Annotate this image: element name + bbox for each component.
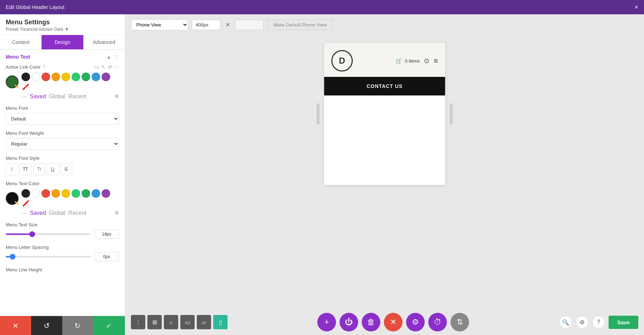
content-area: Phone View ✕ Make Default Phone View D bbox=[125, 14, 644, 335]
swatch-orange[interactable] bbox=[52, 73, 60, 81]
hamburger-icon[interactable]: ≡ bbox=[434, 57, 438, 65]
swatch-white[interactable] bbox=[31, 73, 40, 81]
tablet-button[interactable]: ▱ bbox=[197, 315, 211, 329]
view-select[interactable]: Phone View bbox=[131, 19, 188, 30]
swatch-lightgreen[interactable] bbox=[72, 73, 80, 81]
color2-global[interactable]: Global bbox=[49, 210, 65, 216]
menu-text-size-group: Menu Text Size bbox=[6, 222, 119, 239]
menu-letter-spacing-label: Menu Letter Spacing bbox=[6, 245, 119, 250]
history-button[interactable]: ⏱ bbox=[428, 313, 447, 331]
swatch-purple[interactable] bbox=[102, 73, 110, 81]
more-icon[interactable]: ⋯ bbox=[114, 64, 119, 70]
collapse-icon[interactable]: ▲ bbox=[106, 54, 111, 60]
desktop-button[interactable]: ▭ bbox=[180, 315, 195, 329]
search2-icon-button[interactable]: 🔍 bbox=[559, 316, 572, 329]
sidebar-header: Menu Settings Preset: Financial Advisor … bbox=[0, 14, 125, 35]
strikethrough-button[interactable]: S bbox=[60, 163, 72, 175]
settings2-icon-button[interactable]: ⚙ bbox=[576, 316, 589, 329]
confirm-button[interactable]: ✓ bbox=[93, 316, 125, 335]
tab-advanced[interactable]: Advanced bbox=[83, 35, 125, 49]
extra-input[interactable] bbox=[235, 20, 264, 30]
menu-letter-spacing-input[interactable] bbox=[94, 252, 119, 261]
phone-header: D 🛒 0 items ⊙ ≡ bbox=[324, 43, 445, 77]
menu-text-size-input[interactable] bbox=[94, 230, 119, 239]
italic-button[interactable]: I bbox=[6, 163, 18, 175]
device-icon[interactable]: ▭ bbox=[94, 64, 99, 70]
cart-icon: 🛒 bbox=[395, 58, 402, 64]
swatch-red[interactable] bbox=[42, 73, 50, 81]
swatch2-clear[interactable] bbox=[21, 199, 30, 208]
menu-text-color-label-row: Menu Text Color bbox=[6, 181, 119, 186]
save-button[interactable]: Save bbox=[609, 316, 638, 329]
settings-button[interactable]: ⚙ bbox=[406, 313, 425, 331]
tab-design[interactable]: Design bbox=[42, 35, 83, 49]
close-button[interactable]: ✕ bbox=[384, 313, 402, 331]
swatch-yellow[interactable] bbox=[62, 73, 70, 81]
menu-text-color-label: Menu Text Color bbox=[6, 181, 39, 186]
cursor-icon[interactable]: ↖ bbox=[101, 64, 106, 70]
menu-text-size-slider[interactable] bbox=[6, 233, 91, 235]
swatch2-purple[interactable] bbox=[102, 189, 110, 198]
color2-recent[interactable]: Recent bbox=[68, 210, 87, 216]
undo-button[interactable]: ↺ bbox=[31, 316, 62, 335]
toolbar-close-button[interactable]: ✕ bbox=[224, 20, 231, 30]
close-window-button[interactable]: × bbox=[634, 4, 638, 11]
add-button[interactable]: + bbox=[317, 313, 336, 331]
sidebar-title: Menu Settings bbox=[6, 19, 119, 26]
swatch-clear[interactable] bbox=[21, 83, 30, 91]
reset-icon[interactable]: ↺ bbox=[108, 64, 112, 70]
help-icon-button[interactable]: ? bbox=[592, 316, 605, 329]
expand-swatches2-btn[interactable]: ··· bbox=[21, 210, 27, 216]
resize-handle-left[interactable] bbox=[317, 103, 319, 125]
underline-button[interactable]: U bbox=[47, 163, 59, 175]
tab-content[interactable]: Content bbox=[0, 35, 42, 49]
menu-font-weight-group: Menu Font Weight Regular bbox=[6, 130, 119, 150]
menu-text-color-swatches bbox=[21, 189, 119, 208]
preset-text: Preset: Financial Advisor Dark ▼ bbox=[6, 27, 119, 32]
redo-button[interactable]: ↻ bbox=[62, 316, 93, 335]
swatch2-yellow[interactable] bbox=[62, 189, 70, 198]
search-icon[interactable]: ⊙ bbox=[424, 57, 429, 65]
px-input[interactable] bbox=[192, 20, 220, 30]
swatch-green[interactable] bbox=[82, 73, 90, 81]
swatch2-orange[interactable] bbox=[52, 189, 60, 198]
grid-button[interactable]: ⊞ bbox=[147, 315, 162, 329]
delete-button[interactable]: 🗑 bbox=[362, 313, 380, 331]
sort-button[interactable]: ⇅ bbox=[450, 313, 469, 331]
resize-handle-right[interactable] bbox=[450, 103, 453, 125]
cancel-button[interactable]: ✕ bbox=[0, 316, 31, 335]
color-saved[interactable]: Saved bbox=[30, 93, 46, 100]
top-toolbar: Phone View ✕ Make Default Phone View bbox=[125, 14, 644, 35]
make-default-button[interactable]: Make Default Phone View bbox=[267, 20, 333, 30]
color-recent[interactable]: Recent bbox=[68, 93, 87, 100]
color2-saved[interactable]: Saved bbox=[30, 210, 46, 216]
active-color-swatch[interactable]: ✏ bbox=[6, 75, 19, 88]
swatch2-lightgreen[interactable] bbox=[72, 189, 80, 198]
swatch-black[interactable] bbox=[21, 73, 30, 81]
swatch2-white[interactable] bbox=[31, 189, 40, 198]
search-button[interactable]: ⌕ bbox=[164, 315, 178, 329]
title-bar: Edit Global Header Layout × bbox=[0, 0, 644, 14]
menu-font-weight-select[interactable]: Regular bbox=[6, 138, 119, 150]
swatch2-black[interactable] bbox=[21, 189, 30, 198]
help-icon[interactable]: ? bbox=[43, 64, 45, 69]
swatch-blue[interactable] bbox=[92, 73, 100, 81]
phone-button[interactable]: ▯ bbox=[213, 315, 228, 329]
swatch2-green[interactable] bbox=[82, 189, 90, 198]
menu-letter-spacing-slider[interactable] bbox=[6, 256, 91, 257]
color-global[interactable]: Global bbox=[49, 93, 65, 100]
dots-menu-button[interactable]: ⋮ bbox=[131, 315, 145, 329]
power-button[interactable]: ⏻ bbox=[340, 313, 358, 331]
menu-font-select[interactable]: Default bbox=[6, 113, 119, 125]
section-more-icon[interactable]: ⋮ bbox=[114, 54, 119, 60]
capitalize-button[interactable]: Tt bbox=[33, 163, 45, 175]
uppercase-button[interactable]: TT bbox=[19, 163, 31, 175]
color2-settings-icon[interactable]: ⚙ bbox=[114, 210, 119, 216]
swatch2-blue[interactable] bbox=[92, 189, 100, 198]
contact-us-button[interactable]: CONTACT US bbox=[324, 77, 445, 95]
expand-swatches-btn[interactable]: ··· bbox=[21, 93, 27, 100]
menu-text-color-swatch[interactable]: ✏ bbox=[6, 192, 19, 205]
color-settings-icon[interactable]: ⚙ bbox=[114, 93, 119, 100]
swatch2-red[interactable] bbox=[42, 189, 50, 198]
sidebar: Menu Settings Preset: Financial Advisor … bbox=[0, 14, 125, 335]
